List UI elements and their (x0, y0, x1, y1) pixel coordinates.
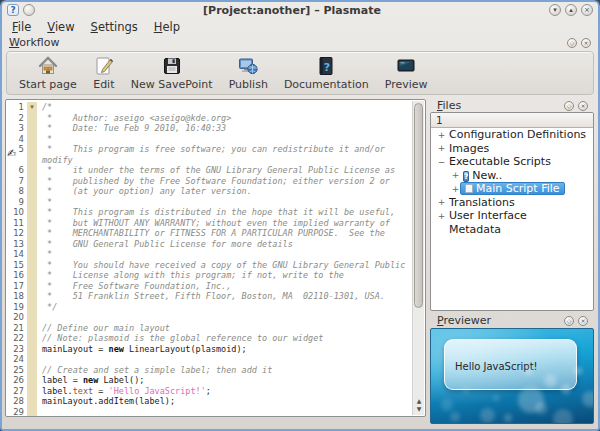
editor-lines[interactable]: 1▾/*2 * Author: aseigo <aseigo@kde.org>3… (6, 100, 412, 417)
line-number: 10 (6, 207, 27, 217)
tree-item-label: User Interface (446, 209, 530, 222)
tree-item-label: Images (446, 142, 492, 155)
tree-expander[interactable]: + (451, 170, 460, 180)
scrollbar-thumb[interactable] (414, 103, 423, 308)
titlebar-menu-button[interactable] (23, 4, 35, 16)
code-line[interactable]: * GNU General Public License for more de… (37, 239, 412, 250)
maximize-button[interactable]: ▴ (565, 4, 577, 16)
code-line[interactable]: * This program is distributed in the hop… (37, 207, 412, 218)
code-line[interactable]: */ (37, 302, 412, 313)
toolbar-button-new-savepoint[interactable]: New SavePoint (123, 53, 221, 93)
code-line[interactable]: * This program is free software; you can… (37, 144, 412, 155)
files-close-icon[interactable]: × (578, 101, 588, 111)
line-number: 18 (6, 291, 27, 301)
scroll-down-icon[interactable]: ▼ (417, 405, 422, 413)
line-number: 11 (6, 218, 27, 228)
bubble-decoration (450, 412, 460, 422)
previewer-float-icon[interactable]: ◇ (564, 316, 574, 326)
workflow-float-icon[interactable]: ◇ (567, 38, 577, 48)
code-line[interactable]: label.text = 'Hello JavaScript!'; (37, 386, 412, 397)
minimize-button[interactable]: ▾ (549, 4, 561, 16)
line-number: 19 (6, 302, 27, 312)
preview-plasma-widget: Hello JavaScript! (444, 339, 577, 390)
code-segment: mainLayout = (42, 344, 109, 354)
fold-column (27, 228, 37, 239)
toolbar-button-documentation[interactable]: ?Documentation (276, 53, 377, 93)
tree-expander[interactable]: + (437, 143, 446, 153)
toolbar-button-edit[interactable]: Edit (85, 53, 123, 93)
tree-item-images[interactable]: +Images (431, 142, 593, 156)
close-button[interactable]: × (581, 4, 593, 16)
tree-item-user-interface[interactable]: +User Interface (431, 209, 593, 223)
code-line[interactable]: * License along with this program; if no… (37, 270, 412, 281)
tree-expander[interactable]: + (437, 130, 446, 140)
code-segment: * (at your option) any later version. (42, 186, 252, 196)
code-segment: * Date: Tue Feb 9 2010, 16:40:33 (42, 123, 226, 133)
tree-item-configuration-definitions[interactable]: +Configuration Definitions (431, 128, 593, 142)
code-line[interactable]: mainLayout.addItem(label); (37, 396, 412, 407)
workflow-close-icon[interactable]: × (581, 38, 591, 48)
code-line[interactable]: * Date: Tue Feb 9 2010, 16:40:33 (37, 123, 412, 134)
menu-view[interactable]: View (47, 20, 74, 34)
code-segment: */ (42, 302, 57, 312)
scroll-up-icon[interactable]: ▲ (417, 397, 422, 405)
code-line[interactable]: * You should have received a copy of the… (37, 260, 412, 271)
fold-column (27, 365, 37, 376)
line-number: 16 (6, 270, 27, 280)
files-float-icon[interactable]: ◇ (564, 101, 574, 111)
code-line[interactable]: * it under the terms of the GNU Library … (37, 165, 412, 176)
preview-canvas: Hello JavaScript! (430, 328, 594, 424)
code-line[interactable]: * Free Software Foundation, Inc., (37, 281, 412, 292)
code-line[interactable]: * (37, 134, 412, 145)
fold-column (27, 134, 37, 145)
menubar: FileViewSettingsHelp (2, 18, 598, 36)
code-line[interactable]: // Define our main layout (37, 323, 412, 334)
fold-column (27, 407, 37, 418)
menu-settings[interactable]: Settings (91, 20, 138, 34)
window-help-icon[interactable]: ? (7, 4, 19, 16)
editor-row: 3 * Date: Tue Feb 9 2010, 16:40:33 (6, 123, 412, 134)
code-line[interactable]: modify (37, 155, 412, 166)
code-line[interactable]: * Author: aseigo <aseigo@kde.org> (37, 113, 412, 124)
code-line[interactable]: // Create and set a simple label; then a… (37, 365, 412, 376)
tree-expander[interactable]: − (437, 157, 446, 167)
code-line[interactable]: mainLayout = new LinearLayout(plasmoid); (37, 344, 412, 355)
tree-expander[interactable]: + (437, 211, 446, 221)
bubble-decoration (463, 387, 469, 393)
menu-file[interactable]: File (12, 20, 31, 34)
scrollbar-arrows: ▲ ▼ (413, 397, 425, 413)
fold-marker-icon[interactable]: ▾ (27, 102, 37, 113)
toolbar-button-publish[interactable]: Publish (221, 53, 276, 93)
code-line[interactable]: * (at your option) any later version. (37, 186, 412, 197)
line-number: 3 (6, 123, 27, 133)
code-line[interactable]: * 51 Franklin Street, Fifth Floor, Bosto… (37, 291, 412, 302)
tree-item-translations[interactable]: +Translations (431, 196, 593, 210)
code-line[interactable]: * (37, 249, 412, 260)
code-segment: new (109, 344, 124, 354)
code-line[interactable]: * but WITHOUT ANY WARRANTY; without even… (37, 218, 412, 229)
code-line[interactable]: * published by the Free Software Foundat… (37, 176, 412, 187)
code-line[interactable]: label = new Label(); (37, 375, 412, 386)
line-number: 4 (6, 134, 27, 144)
code-line[interactable]: // Note: plasmoid is the global referenc… (37, 333, 412, 344)
files-dock-title: Files (437, 99, 560, 112)
tree-item-executable-scripts[interactable]: −Executable Scripts (431, 155, 593, 169)
code-editor[interactable]: 1▾/*2 * Author: aseigo <aseigo@kde.org>3… (5, 99, 426, 417)
tree-item-new[interactable]: +?New.. (431, 169, 593, 183)
code-segment: Label(); (98, 375, 144, 385)
code-line[interactable]: * MERCHANTABILITY or FITNESS FOR A PARTI… (37, 228, 412, 239)
tree-item-metadata[interactable]: Metadata (431, 223, 593, 237)
menu-help[interactable]: Help (154, 20, 180, 34)
toolbar-button-start-page[interactable]: Start page (11, 53, 85, 93)
previewer-close-icon[interactable]: × (578, 316, 588, 326)
editor-row: 29 (6, 407, 412, 418)
code-line[interactable]: /* (37, 102, 412, 113)
tree-expander[interactable]: + (437, 197, 446, 207)
editor-scrollbar[interactable]: ▲ ▼ (412, 101, 424, 415)
tree-expander[interactable]: + (451, 184, 460, 194)
code-line[interactable]: * (37, 197, 412, 208)
toolbar-button-preview[interactable]: Preview (377, 53, 436, 93)
tree-item-main-script-file[interactable]: +Main Script File (431, 182, 593, 196)
fold-column (27, 165, 37, 176)
tree-item-label: Configuration Definitions (446, 128, 589, 141)
